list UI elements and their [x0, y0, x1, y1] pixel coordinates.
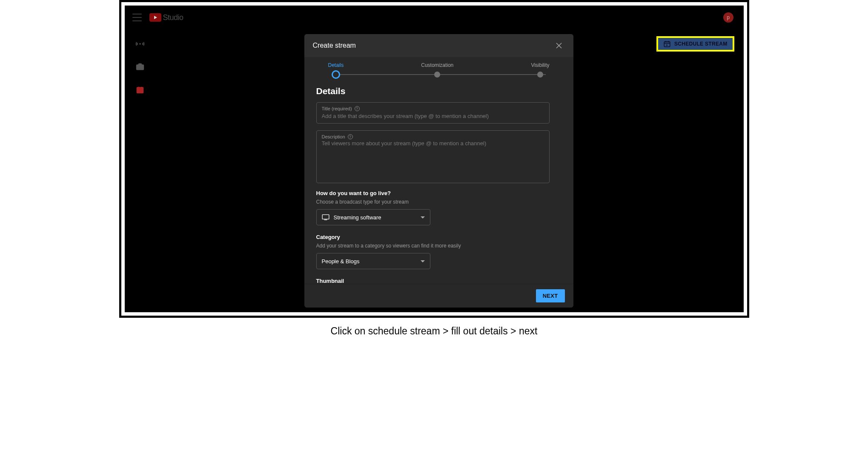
schedule-button-label: SCHEDULE STREAM [674, 41, 728, 47]
thumbnail-heading: Thumbnail [316, 278, 550, 284]
chevron-down-icon [421, 216, 425, 219]
svg-point-2 [138, 66, 141, 69]
dialog-body: Details Title (required) ? Description ? [304, 80, 573, 284]
go-live-heading: How do you want to go live? [316, 190, 550, 196]
title-label-text: Title (required) [322, 106, 352, 111]
dialog-footer: NEXT [304, 284, 573, 308]
section-title-details: Details [316, 86, 550, 96]
category-value: People & Blogs [322, 258, 421, 265]
step-label: Visibility [531, 62, 549, 68]
step-circle [434, 72, 440, 78]
create-stream-dialog: Create stream Details Customization Visi… [304, 34, 573, 308]
outer-frame: Studio p SCHEDULE STREAM Create stream [119, 0, 749, 318]
hamburger-menu-icon[interactable] [132, 14, 142, 21]
go-live-description: Choose a broadcast type for your stream [316, 199, 550, 205]
category-select[interactable]: People & Blogs [316, 253, 430, 269]
broadcast-type-select[interactable]: Streaming software [316, 209, 430, 225]
sidebar-item-webcam[interactable] [132, 59, 148, 75]
close-button[interactable] [553, 40, 565, 52]
next-button[interactable]: NEXT [536, 289, 565, 302]
step-circle [537, 72, 543, 78]
header: Studio p [126, 6, 743, 29]
step-customization[interactable]: Customization [421, 62, 453, 80]
svg-rect-3 [138, 64, 141, 65]
category-heading: Category [316, 234, 550, 240]
studio-logo: Studio [149, 13, 183, 22]
svg-rect-8 [664, 42, 670, 47]
calendar-icon [136, 86, 144, 94]
calendar-icon [663, 40, 671, 48]
broadcast-type-value: Streaming software [334, 214, 421, 221]
svg-point-0 [139, 43, 140, 44]
avatar[interactable]: p [723, 12, 733, 23]
chevron-down-icon [421, 260, 425, 262]
category-description: Add your stream to a category so viewers… [316, 243, 550, 249]
step-details[interactable]: Details [328, 62, 344, 80]
help-icon[interactable]: ? [355, 106, 360, 111]
dialog-title: Create stream [313, 42, 356, 49]
desc-label-text: Description [322, 134, 345, 139]
svg-rect-4 [137, 87, 143, 93]
description-field-label: Description ? [322, 134, 544, 139]
logo-text: Studio [163, 13, 183, 22]
instruction-caption: Click on schedule stream > fill out deta… [331, 325, 538, 337]
dialog-header: Create stream [304, 34, 573, 57]
sidebar [132, 36, 149, 98]
title-field[interactable]: Title (required) ? [316, 102, 550, 124]
schedule-stream-button[interactable]: SCHEDULE STREAM [656, 36, 734, 52]
title-field-label: Title (required) ? [322, 106, 544, 111]
description-field[interactable]: Description ? [316, 130, 550, 183]
dialog-scroll-area[interactable]: Details Title (required) ? Description ? [304, 80, 573, 284]
step-label: Customization [421, 62, 453, 68]
step-circle [332, 70, 340, 79]
title-input[interactable] [322, 113, 544, 119]
close-icon [556, 42, 562, 49]
app-window: Studio p SCHEDULE STREAM Create stream [125, 6, 744, 312]
help-icon[interactable]: ? [348, 134, 353, 139]
sidebar-item-manage[interactable] [132, 82, 148, 98]
display-icon [322, 214, 329, 220]
broadcast-icon [136, 40, 144, 48]
description-input[interactable] [322, 140, 544, 178]
sidebar-item-stream[interactable] [132, 36, 148, 52]
step-visibility[interactable]: Visibility [531, 62, 549, 80]
step-label: Details [328, 62, 344, 68]
camera-icon [136, 63, 144, 71]
svg-rect-14 [322, 215, 329, 219]
stepper: Details Customization Visibility [304, 57, 573, 80]
youtube-icon [149, 13, 161, 22]
